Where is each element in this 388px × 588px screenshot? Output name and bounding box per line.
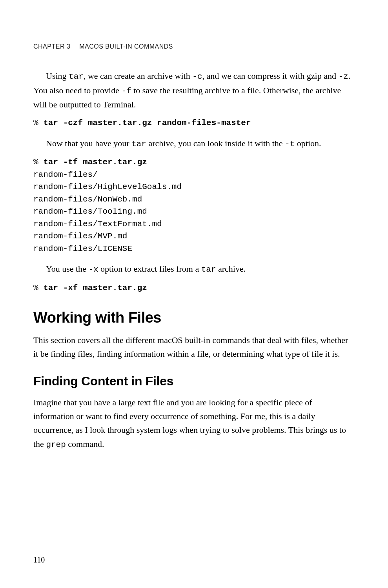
command-output: random-files/ random-files/HighLevelGoal… [33,170,182,253]
chapter-label: CHAPTER 3 [33,43,70,50]
code-flag-x: -x [88,265,98,274]
paragraph-working-with-files: This section covers all the different ma… [33,333,355,361]
page-number: 110 [33,555,45,564]
code-block-tar-czf: % tar -czf master.tar.gz random-files-ma… [33,117,355,129]
paragraph-finding-content: Imagine that you have a large text file … [33,396,355,451]
paragraph-tar-list: Now that you have your tar archive, you … [33,136,355,151]
code-flag-c: -c [192,72,202,81]
code-grep: grep [46,440,66,449]
code-tar: tar [131,140,146,149]
command-text: tar -czf master.tar.gz random-files-mast… [43,118,251,127]
chapter-title: MACOS BUILT-IN COMMANDS [79,43,173,50]
command-text: tar -tf master.tar.gz [43,158,147,167]
command-text: tar -xf master.tar.gz [43,283,147,292]
code-flag-t: -t [285,140,295,149]
heading-working-with-files: Working with Files [33,309,355,326]
code-block-tar-xf: % tar -xf master.tar.gz [33,282,355,294]
heading-finding-content: Finding Content in Files [33,374,355,388]
code-flag-f: -f [121,87,131,96]
code-tar: tar [201,265,216,274]
paragraph-tar-intro: Using tar, we can create an archive with… [33,69,355,111]
code-tar: tar [69,72,84,81]
code-flag-z: -z [338,72,348,81]
code-block-tar-tf: % tar -tf master.tar.gz random-files/ ra… [33,156,355,255]
page-header: CHAPTER 3 MACOS BUILT-IN COMMANDS [33,43,355,50]
paragraph-tar-extract: You use the -x option to extract files f… [33,262,355,276]
